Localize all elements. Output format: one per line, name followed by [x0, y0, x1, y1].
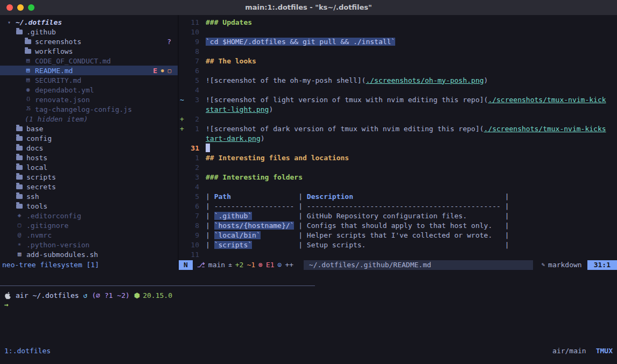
text-segment: |	[252, 241, 307, 249]
tree-item-dependabot-yml[interactable]: ◉dependabot.yml	[0, 85, 178, 95]
tree-item-label: add-submodules.sh	[26, 251, 98, 259]
text-segment: Helper scripts that I've collected or wr…	[307, 231, 492, 239]
js-file-icon: JS	[25, 104, 31, 114]
tree-item-1-hidden-item[interactable]: (1 hidden item)	[0, 114, 178, 124]
tree-item-editorconfig[interactable]: ◈.editorconfig	[0, 211, 178, 220]
editor-line-6[interactable]: 6| ------------------- | ---------------…	[179, 201, 617, 211]
tree-item-label: README.md	[35, 67, 73, 75]
editor-line-31[interactable]: 31	[179, 143, 617, 153]
tree-item-github[interactable]: .github	[0, 27, 178, 37]
editor-line-4[interactable]: 4	[179, 85, 617, 95]
zoom-button[interactable]	[28, 4, 34, 11]
tree-item-label: CODE_OF_CONDUCT.md	[35, 57, 111, 65]
editor-line-10[interactable]: 10| `scripts` | Setup scripts. |	[179, 240, 617, 249]
editor-buffer[interactable]: 11### Updates 10 9`cd $HOME/.dotfiles &&…	[179, 17, 617, 259]
editor-line-11[interactable]: 11### Updates	[179, 17, 617, 27]
editor-line-10[interactable]: 10	[179, 27, 617, 37]
tree-item-add-submodules-sh[interactable]: ▥add-submodules.sh	[0, 249, 178, 259]
editor-line-wrap[interactable]: tart-dark.png)	[179, 133, 617, 143]
tree-item-ssh[interactable]: ssh	[0, 191, 178, 201]
tree-item-workflows[interactable]: workflows	[0, 46, 178, 56]
tree-item-scripts[interactable]: scripts	[0, 172, 178, 182]
tree-item-secrets[interactable]: secrets	[0, 182, 178, 191]
folder-icon	[16, 204, 23, 209]
tree-item-python-version[interactable]: ∗.python-version	[0, 240, 178, 249]
folder-icon	[25, 49, 31, 54]
cursor	[206, 144, 210, 152]
shell-input-line[interactable]: →	[4, 300, 9, 310]
editor-line-9[interactable]: 9`cd $HOME/.dotfiles && git pull && ./in…	[179, 37, 617, 46]
tmux-window-item[interactable]: 1:.dotfiles	[4, 346, 51, 356]
line-number: 11	[185, 251, 199, 259]
editor-line-7[interactable]: 7## The looks	[179, 56, 617, 66]
tree-root[interactable]: ▾ ~/.dotfiles	[0, 17, 178, 27]
tree-item-docs[interactable]: docs	[0, 143, 178, 153]
tree-item-config[interactable]: config	[0, 133, 178, 143]
statusline-git-section: ⎇ main ± +2 ~1 ⊗ E1 ⊙ ++	[193, 260, 304, 270]
tree-item-gitignore[interactable]: ▢.gitignore	[0, 220, 178, 230]
editor-line-6[interactable]: 6	[179, 66, 617, 75]
tree-item-label: scripts	[26, 173, 56, 181]
text-segment: ![screenshot of dark version of tmux wit…	[206, 125, 484, 133]
line-number: 7	[185, 57, 199, 65]
editor-line-3[interactable]: ~3![screenshot of light version of tmux …	[179, 95, 617, 104]
editor-line-2[interactable]: 2	[179, 162, 617, 172]
cursor-position: 31:1	[587, 260, 617, 270]
tree-item-code-of-conduct-md[interactable]: ▤CODE_OF_CONDUCT.md	[0, 56, 178, 66]
text-segment: ./screenshots/oh-my-posh.png	[366, 76, 483, 84]
text-segment: |	[294, 222, 306, 230]
editor-line-8[interactable]: 8	[179, 46, 617, 56]
line-number: 3	[185, 173, 199, 181]
tree-item-nvmrc[interactable]: @.nvmrc	[0, 230, 178, 240]
editor-line-8[interactable]: 8| `hosts/{hostname}/` | Configs that sh…	[179, 220, 617, 230]
editor-line-5[interactable]: 5| Path | Description |	[179, 191, 617, 201]
editor-line-2[interactable]: +2	[179, 114, 617, 124]
minimize-button[interactable]	[17, 4, 24, 11]
text-segment: ./screenshots/tmux-nvim-kick	[488, 96, 606, 104]
tree-item-renovate-json[interactable]: {}renovate.json	[0, 95, 178, 104]
tree-item-security-md[interactable]: ▤SECURITY.md	[0, 75, 178, 85]
text-segment: tart-dark.png	[206, 134, 261, 142]
git-sign: +	[179, 125, 185, 133]
tree-item-readme-md[interactable]: ▤README.mdE●▢	[0, 66, 178, 75]
file-tree: .githubscreenshots?workflows▤CODE_OF_CON…	[0, 27, 178, 259]
tree-item-label: .editorconfig	[26, 212, 81, 220]
editor-line-text: `cd $HOME/.dotfiles && git pull && ./ins…	[206, 38, 395, 46]
tree-item-screenshots[interactable]: screenshots?	[0, 37, 178, 46]
folder-icon	[16, 194, 23, 199]
config-file-icon: ◈	[16, 211, 23, 220]
editor-line-1[interactable]: +1![screenshot of dark version of tmux w…	[179, 124, 617, 133]
file-path: ~/.dotfiles/.github/README.md	[304, 260, 533, 270]
git-sign	[179, 47, 185, 55]
tree-item-local[interactable]: local	[0, 162, 178, 172]
git-sign	[179, 241, 185, 249]
tree-item-tag-changelog-config-js[interactable]: JStag-changelog-config.js	[0, 104, 178, 114]
editor-line-3[interactable]: 3### Interesting folders	[179, 172, 617, 182]
close-button[interactable]	[6, 4, 13, 11]
text-segment: |	[206, 241, 214, 249]
line-number: 1	[185, 125, 199, 133]
editor-line-wrap[interactable]: start-light.png)	[179, 104, 617, 114]
editor-line-11[interactable]: 11	[179, 249, 617, 259]
editor-line-text: | `hosts/{hostname}/` | Configs that sho…	[206, 222, 509, 230]
editor-line-4[interactable]: 4	[179, 182, 617, 191]
editor-line-9[interactable]: 9| `local/bin` | Helper scripts that I'v…	[179, 230, 617, 240]
editor-line-text: ### Updates	[206, 18, 252, 26]
tree-item-label: renovate.json	[35, 96, 90, 104]
terminal-content: ▾ ~/.dotfiles .githubscreenshots?workflo…	[0, 15, 617, 364]
text-segment: |	[492, 231, 509, 239]
text-segment: |	[492, 222, 509, 230]
tree-item-base[interactable]: base	[0, 124, 178, 133]
tree-item-tools[interactable]: tools	[0, 201, 178, 211]
git-sign	[179, 134, 185, 142]
line-number: 5	[185, 76, 199, 84]
editor-line-7[interactable]: 7| `.github` | GitHub Repository configu…	[179, 211, 617, 220]
editor-line-5[interactable]: 5![screenshot of the oh-my-posh shell](.…	[179, 75, 617, 85]
tree-item-hosts[interactable]: hosts	[0, 153, 178, 162]
editor-line-text: start-light.png)	[206, 105, 273, 113]
hint-count: ++	[285, 260, 293, 270]
editor-line-1[interactable]: 1## Interesting files and locations	[179, 153, 617, 162]
tree-item-label: local	[26, 163, 47, 172]
markdown-file-icon: ▤	[25, 75, 31, 85]
yaml-file-icon: ◉	[25, 85, 31, 95]
